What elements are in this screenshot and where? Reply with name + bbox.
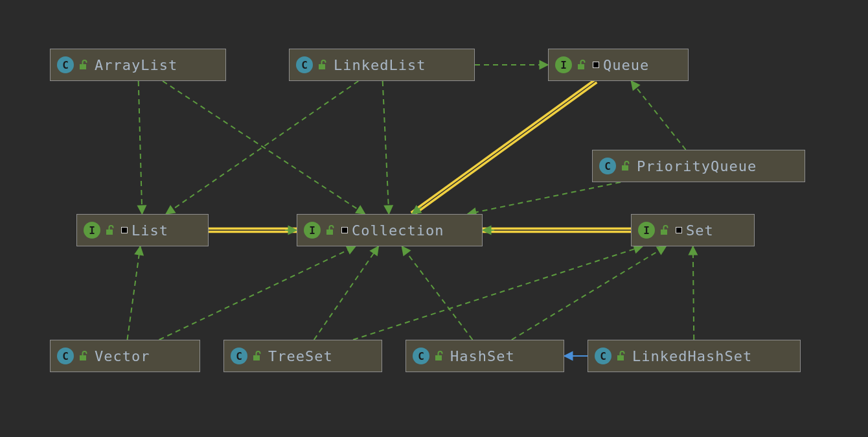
- unlocked-icon: [433, 350, 444, 362]
- node-label: List: [131, 222, 168, 239]
- node-label: ArrayList: [95, 57, 177, 73]
- interface-badge-icon: I: [638, 222, 655, 239]
- class-badge-icon: C: [599, 158, 616, 174]
- unlocked-icon: [104, 224, 115, 236]
- class-badge-icon: C: [296, 56, 313, 73]
- unlocked-icon: [78, 350, 88, 362]
- edge-dashed: [693, 246, 694, 340]
- node-collection[interactable]: I Collection: [297, 214, 483, 246]
- unlocked-icon: [576, 59, 586, 71]
- edge-dashed: [468, 182, 621, 214]
- edge-dashed: [631, 81, 685, 150]
- unlocked-icon: [104, 224, 115, 236]
- pin-icon: [341, 227, 348, 233]
- edge-dashed: [127, 246, 140, 340]
- edge-dashed: [139, 81, 143, 214]
- edge-highlight: [413, 82, 597, 215]
- pin-icon: [676, 227, 682, 233]
- node-list[interactable]: I List: [76, 214, 209, 246]
- unlocked-icon: [78, 59, 88, 71]
- unlocked-icon: [615, 350, 626, 362]
- unlocked-icon: [251, 350, 262, 362]
- unlocked-icon: [659, 224, 669, 236]
- node-label: Vector: [95, 348, 150, 364]
- edge-arrowhead: [412, 207, 422, 214]
- node-vector[interactable]: C Vector: [50, 340, 200, 372]
- node-treeset[interactable]: C TreeSet: [223, 340, 382, 372]
- unlocked-icon: [433, 350, 444, 362]
- node-linkedhashset[interactable]: C LinkedHashSet: [588, 340, 801, 372]
- edge-dashed: [314, 246, 378, 340]
- unlocked-icon: [251, 350, 262, 362]
- class-badge-icon: C: [57, 348, 74, 364]
- node-label: Set: [686, 222, 714, 239]
- interface-badge-icon: I: [555, 56, 572, 73]
- diagram-canvas[interactable]: C ArrayListC LinkedListI QueueC Priority…: [0, 0, 868, 437]
- node-label: LinkedList: [334, 57, 426, 73]
- node-set[interactable]: I Set: [631, 214, 755, 246]
- unlocked-icon: [78, 350, 88, 362]
- unlocked-icon: [317, 59, 327, 71]
- unlocked-icon: [325, 224, 335, 236]
- node-label: HashSet: [450, 348, 515, 364]
- unlocked-icon: [620, 160, 630, 172]
- class-badge-icon: C: [57, 56, 74, 73]
- interface-badge-icon: I: [84, 222, 100, 239]
- node-linkedlist[interactable]: C LinkedList: [289, 49, 475, 81]
- node-queue[interactable]: I Queue: [548, 49, 689, 81]
- pin-icon: [121, 227, 128, 233]
- edge-dashed: [353, 246, 643, 340]
- class-badge-icon: C: [595, 348, 611, 364]
- node-label: LinkedHashSet: [632, 348, 752, 364]
- edge-dashed: [383, 81, 389, 214]
- unlocked-icon: [620, 160, 630, 172]
- edge-dashed: [512, 246, 666, 340]
- interface-badge-icon: I: [304, 222, 321, 239]
- node-hashset[interactable]: C HashSet: [405, 340, 564, 372]
- class-badge-icon: C: [413, 348, 429, 364]
- node-priorityqueue[interactable]: C PriorityQueue: [592, 150, 805, 182]
- unlocked-icon: [78, 59, 88, 71]
- class-badge-icon: C: [231, 348, 247, 364]
- unlocked-icon: [615, 350, 626, 362]
- edge-dashed: [159, 246, 356, 340]
- edge-highlight: [411, 80, 595, 213]
- edge-dashed: [166, 81, 358, 214]
- node-arraylist[interactable]: C ArrayList: [50, 49, 226, 81]
- unlocked-icon: [659, 224, 669, 236]
- node-label: TreeSet: [268, 348, 333, 364]
- node-label: Queue: [603, 57, 649, 73]
- node-label: PriorityQueue: [637, 158, 757, 174]
- unlocked-icon: [576, 59, 586, 71]
- edge-dashed: [402, 246, 472, 340]
- pin-icon: [593, 62, 599, 68]
- unlocked-icon: [317, 59, 327, 71]
- unlocked-icon: [325, 224, 335, 236]
- edge-dashed: [163, 81, 365, 214]
- node-label: Collection: [352, 222, 444, 239]
